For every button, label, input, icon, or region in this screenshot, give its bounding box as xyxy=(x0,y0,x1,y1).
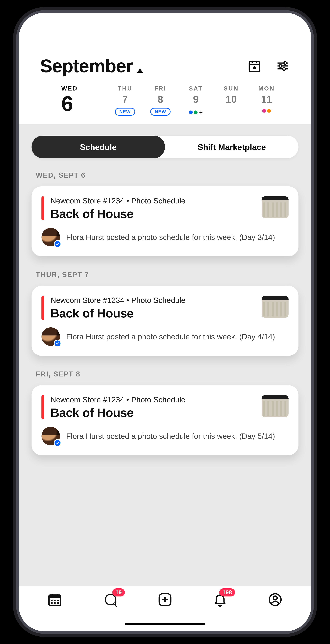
svg-rect-11 xyxy=(54,602,56,604)
svg-point-15 xyxy=(273,596,277,600)
card-post-text: Flora Hurst posted a photo schedule for … xyxy=(66,232,275,242)
day-number: 9 xyxy=(193,94,199,105)
avatar xyxy=(42,228,60,246)
day-cell-sun-10[interactable]: SUN 10 xyxy=(214,85,249,116)
group-date-label: FRI, SEPT 8 xyxy=(36,370,298,378)
day-number: 8 xyxy=(158,94,163,105)
verified-badge-icon xyxy=(54,439,61,447)
card-title: Back of House xyxy=(51,306,255,320)
schedule-card[interactable]: Newcom Store #1234 • Photo Schedule Back… xyxy=(32,186,298,256)
day-cell-wed-6[interactable]: WED 6 xyxy=(61,85,107,116)
svg-rect-6 xyxy=(49,595,61,598)
dot-icon xyxy=(267,109,271,113)
content-area[interactable]: Schedule Shift Marketplace WED, SEPT 6 N… xyxy=(19,124,311,586)
svg-point-2 xyxy=(284,62,286,64)
dow-label: MON xyxy=(258,85,275,92)
today-calendar-button[interactable] xyxy=(247,59,261,73)
accent-bar xyxy=(42,395,44,419)
dot-icon xyxy=(262,109,266,113)
new-badge: NEW xyxy=(115,108,135,116)
nav-profile-button[interactable] xyxy=(267,592,283,608)
filter-button[interactable] xyxy=(276,59,290,73)
nav-calendar-button[interactable] xyxy=(47,592,63,608)
dow-label: SUN xyxy=(224,85,239,92)
verified-badge-icon xyxy=(54,240,61,248)
calendar-dot-icon xyxy=(247,59,261,73)
more-indicator: + xyxy=(199,109,203,116)
chat-badge: 19 xyxy=(112,588,125,596)
dow-label: WED xyxy=(61,85,78,92)
day-strip: WED 6 THU 7 NEW FRI 8 NEW SAT 9 xyxy=(40,76,290,124)
event-dots: + xyxy=(189,109,203,116)
group-date-label: THUR, SEPT 7 xyxy=(36,270,298,279)
card-subtitle: Newcom Store #1234 • Photo Schedule xyxy=(51,395,255,404)
day-cell-fri-8[interactable]: FRI 8 NEW xyxy=(143,85,178,116)
tab-shift-marketplace[interactable]: Shift Marketplace xyxy=(165,136,298,158)
group-date-label: WED, SEPT 6 xyxy=(36,171,298,179)
header: September xyxy=(19,13,311,124)
day-cell-sat-9[interactable]: SAT 9 + xyxy=(178,85,213,116)
dot-icon xyxy=(194,110,197,114)
svg-rect-8 xyxy=(54,600,56,601)
card-post-text: Flora Hurst posted a photo schedule for … xyxy=(66,332,275,342)
svg-point-4 xyxy=(283,68,285,70)
home-indicator xyxy=(125,623,205,625)
svg-rect-12 xyxy=(57,602,59,604)
svg-rect-9 xyxy=(57,600,59,601)
plus-square-icon xyxy=(157,592,173,608)
schedule-card[interactable]: Newcom Store #1234 • Photo Schedule Back… xyxy=(32,286,298,356)
schedule-thumbnail xyxy=(261,196,288,218)
caret-up-icon xyxy=(137,69,143,73)
month-picker-button[interactable]: September xyxy=(40,55,143,76)
nav-add-button[interactable] xyxy=(157,592,173,608)
svg-point-3 xyxy=(279,65,282,67)
nav-chat-button[interactable]: 19 xyxy=(102,592,118,608)
day-number: 11 xyxy=(261,94,272,105)
day-cell-thu-7[interactable]: THU 7 NEW xyxy=(107,85,143,116)
new-badge: NEW xyxy=(150,108,171,116)
svg-point-1 xyxy=(253,67,255,69)
screen: September xyxy=(19,13,311,631)
sliders-icon xyxy=(276,59,290,73)
card-title: Back of House xyxy=(51,406,255,420)
dow-label: FRI xyxy=(154,85,167,92)
card-subtitle: Newcom Store #1234 • Photo Schedule xyxy=(51,196,255,205)
day-number: 10 xyxy=(226,94,237,105)
calendar-icon xyxy=(47,592,63,608)
nav-alerts-button[interactable]: 198 xyxy=(212,592,228,608)
avatar xyxy=(42,427,60,445)
phone-frame: September xyxy=(19,13,311,631)
dot-icon xyxy=(189,110,193,114)
svg-rect-7 xyxy=(51,600,53,601)
schedule-thumbnail xyxy=(261,395,288,417)
schedule-card[interactable]: Newcom Store #1234 • Photo Schedule Back… xyxy=(32,385,298,455)
alerts-badge: 198 xyxy=(219,588,235,596)
month-label: September xyxy=(40,55,133,76)
verified-badge-icon xyxy=(54,340,61,347)
day-number: 7 xyxy=(122,94,128,105)
profile-icon xyxy=(267,592,283,608)
card-subtitle: Newcom Store #1234 • Photo Schedule xyxy=(51,296,255,304)
accent-bar xyxy=(42,296,44,320)
dow-label: THU xyxy=(118,85,132,92)
schedule-thumbnail xyxy=(261,296,288,318)
tab-schedule[interactable]: Schedule xyxy=(32,136,165,158)
dow-label: SAT xyxy=(189,85,203,92)
day-cell-mon-11[interactable]: MON 11 xyxy=(249,85,284,116)
card-title: Back of House xyxy=(51,207,255,221)
svg-rect-10 xyxy=(51,602,53,604)
day-number: 6 xyxy=(61,93,73,114)
segmented-control: Schedule Shift Marketplace xyxy=(32,136,298,158)
avatar xyxy=(42,328,60,346)
accent-bar xyxy=(42,196,44,220)
event-dots xyxy=(262,109,271,113)
card-post-text: Flora Hurst posted a photo schedule for … xyxy=(66,431,275,441)
